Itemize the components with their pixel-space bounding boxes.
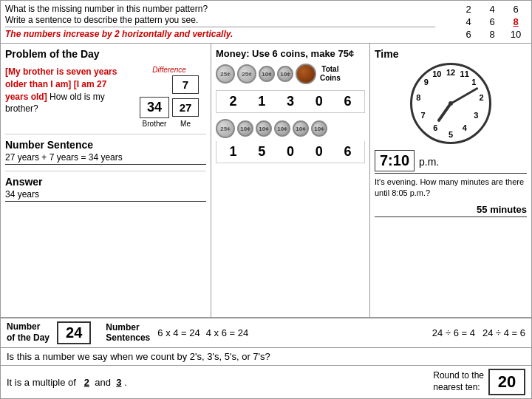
question1: What is the missing number in this numbe… — [5, 4, 435, 14]
coin-penny1 — [296, 64, 316, 84]
div-section: 24 ÷ 6 = 4 24 ÷ 4 = 6 — [432, 327, 525, 338]
money-cell: 0 — [305, 94, 332, 109]
top-section: What is the missing number in this numbe… — [1, 1, 531, 44]
grid-cell: 4 — [457, 16, 480, 27]
number-sentence-value: 27 years + 7 years = 34 years — [5, 152, 206, 165]
number-sentence-title: Number Sentence — [5, 139, 206, 151]
grid-cell-missing: 8 — [505, 16, 527, 27]
eq2: 4 x 6 = 24 — [206, 327, 248, 338]
time-answer: 55 minutes — [375, 204, 527, 217]
time-panel: Time 12 1 2 3 4 5 6 7 8 9 10 11 — [370, 44, 531, 317]
eq3: 24 ÷ 6 = 4 — [432, 327, 475, 338]
clock-num-3: 3 — [474, 111, 478, 120]
money-cell2: 5 — [248, 144, 276, 160]
number-sentence-section: Number Sentence 27 years + 7 years = 34 … — [5, 134, 206, 165]
clock-num-11: 11 — [460, 69, 469, 78]
money-cell: 2 — [219, 94, 247, 109]
time-value: 7:10 — [375, 150, 415, 171]
money-title: Money: Use 6 coins, make 75¢ — [216, 48, 365, 59]
grid-cell: 8 — [481, 29, 503, 40]
clock-minute-hand — [450, 87, 478, 105]
grid-cell: 6 — [505, 4, 527, 15]
bottom-row1: Number of the Day 24 Number Sentences 6 … — [1, 318, 531, 348]
grid-cell: 6 — [481, 16, 503, 27]
coin-dime3: 10¢ — [237, 120, 253, 137]
clock-center — [449, 101, 453, 106]
top-answer: The numbers increase by 2 horizontally a… — [5, 27, 435, 39]
coin-dime2: 10¢ — [277, 66, 293, 82]
top-questions: What is the missing number in this numbe… — [5, 4, 435, 39]
clock-num-8: 8 — [416, 93, 420, 102]
money-panel: Money: Use 6 coins, make 75¢ 25¢ 25¢ 10¢… — [211, 44, 370, 317]
money-cell: 6 — [334, 94, 361, 109]
coin-dime6: 10¢ — [293, 120, 309, 137]
problem-content: [My brother is seven years older than I … — [5, 66, 206, 128]
coin-dime4: 10¢ — [256, 120, 272, 137]
problem-text: [My brother is seven years older than I … — [5, 66, 128, 115]
coin-dime1: 10¢ — [259, 66, 275, 82]
time-display: 7:10 p.m. — [375, 150, 527, 174]
clock-num-12: 12 — [446, 68, 455, 77]
round-box: Round to thenearest ten: 20 — [433, 369, 525, 395]
multiple-bold2: 3 — [116, 377, 121, 388]
coin-quarter2: 25¢ — [237, 64, 256, 83]
money-cell: 3 — [277, 94, 304, 109]
money-grid-row2: 1 5 0 0 6 — [216, 141, 365, 163]
bottom-row2: Is this a number we say when we count by… — [1, 348, 531, 366]
clock-num-7: 7 — [420, 111, 425, 120]
middle-section: Problem of the Day [My brother is seven … — [1, 44, 531, 318]
money-cell2: 1 — [219, 144, 247, 160]
money-cell: 1 — [248, 94, 276, 109]
time-question: It's evening. How many minutes are there… — [375, 177, 527, 200]
bottom-row3: It is a multiple of 2 and 3 . Round to t… — [1, 366, 531, 398]
diagram-value1: 7 — [172, 75, 199, 94]
problem-diagram: Difference 7 34 27 Brother Me — [132, 66, 206, 128]
multiple-question: Is this a number we say when we count by… — [7, 351, 270, 362]
clock-num-9: 9 — [424, 78, 429, 86]
num-of-day-label: Number of the Day — [7, 321, 50, 344]
diagram-label2: Me — [172, 120, 199, 128]
money-cell2: 0 — [305, 144, 332, 160]
grid-cell: 10 — [505, 29, 527, 40]
coin-dime5: 10¢ — [274, 120, 290, 137]
total-coins-label: TotalCoins — [320, 65, 341, 83]
eq1: 6 x 4 = 24 — [157, 327, 200, 338]
it-is-text: It is a multiple of 2 and 3 . — [7, 377, 127, 388]
diagram-row: 34 27 — [140, 97, 199, 118]
num-sentences-values: 6 x 4 = 24 4 x 6 = 24 — [157, 327, 248, 338]
diagram-label1: Brother — [140, 120, 169, 128]
problem-title: Problem of the Day — [5, 48, 206, 60]
diagram-value3: 27 — [172, 98, 199, 117]
grid-cell: 2 — [457, 4, 480, 15]
time-title: Time — [375, 48, 398, 60]
coin-dime7: 10¢ — [311, 120, 327, 137]
diff-label: Difference — [152, 66, 186, 74]
bottom-section: Number of the Day 24 Number Sentences 6 … — [1, 318, 531, 398]
clock-num-6: 6 — [433, 123, 437, 132]
answer-value: 34 years — [5, 189, 206, 202]
multiple-bold1: 2 — [84, 377, 89, 388]
money-grid-row1: 2 1 3 0 6 — [216, 90, 365, 113]
num-sentences-label: Number Sentences — [106, 322, 150, 343]
grid-cell: 6 — [457, 29, 480, 40]
clock-num-2: 2 — [480, 93, 484, 102]
money-cell2: 0 — [277, 144, 304, 160]
problem-panel: Problem of the Day [My brother is seven … — [1, 44, 211, 317]
diagram-value2: 34 — [140, 97, 169, 118]
time-ampm: p.m. — [419, 156, 439, 168]
round-label: Round to thenearest ten: — [433, 370, 484, 393]
answer-section: Answer 34 years — [5, 171, 206, 202]
num-of-day-box: 24 — [57, 321, 91, 344]
coins-row2: 25¢ 10¢ 10¢ 10¢ 10¢ 10¢ — [216, 119, 365, 138]
number-grid: 2 4 6 4 6 8 6 8 10 — [457, 4, 527, 40]
clock-num-1: 1 — [471, 78, 476, 86]
question2: Write a sentence to describe the pattern… — [5, 15, 435, 25]
round-answer: 20 — [488, 369, 525, 395]
answer-title: Answer — [5, 176, 206, 188]
main-container: What is the missing number in this numbe… — [0, 0, 532, 399]
clock-num-5: 5 — [449, 130, 453, 139]
coin-quarter3: 25¢ — [216, 119, 235, 138]
grid-cell: 4 — [481, 4, 503, 15]
clock-face: 12 1 2 3 4 5 6 7 8 9 10 11 — [410, 63, 491, 144]
clock-num-10: 10 — [432, 69, 441, 78]
